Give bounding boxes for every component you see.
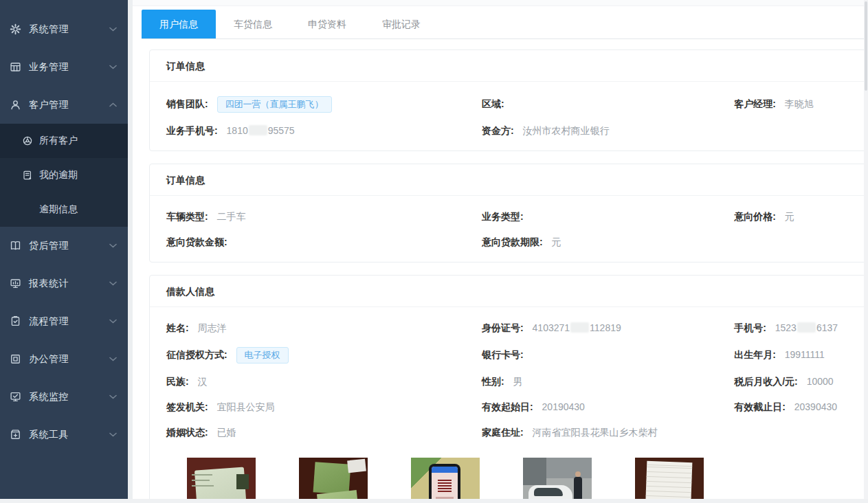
business-type-field: 业务类型: [482, 211, 734, 223]
address-field: 家庭住址: 河南省宜阳县花果山乡木柴村 [482, 427, 734, 439]
order-info-card-1: 订单信息 销售团队: 四团一营（直属王鹏飞） 区域: 客户经理: 李晓旭 业务手 [149, 49, 868, 151]
tab-user-info[interactable]: 用户信息 [142, 10, 216, 38]
horizontal-scrollbar[interactable] [0, 499, 868, 503]
tab-approval-records[interactable]: 审批记录 [364, 10, 438, 38]
field-label: 姓名: [166, 322, 189, 333]
sidebar: 系统管理 业务管理 客户管理 [0, 0, 128, 499]
paper-doc-photo[interactable] [635, 458, 704, 503]
field-label: 意向贷款期限: [482, 236, 543, 247]
field-row: 婚姻状态: 已婚 家庭住址: 河南省宜阳县花果山乡木柴村 [166, 426, 867, 440]
card-body: 销售团队: 四团一营（直属王鹏飞） 区域: 客户经理: 李晓旭 业务手机号: 1… [150, 82, 867, 150]
card-body: 车辆类型: 二手车 业务类型: 意向价格: 元 意向贷款金额: [150, 196, 867, 262]
business-phone-field: 业务手机号: 181095575 [166, 125, 482, 137]
notebook-icon [22, 170, 33, 181]
main-content: 用户信息 车贷信息 申贷资料 审批记录 订单信息 销售团队: 四团一营（直属王鹏… [128, 0, 868, 503]
chevron-down-icon [109, 357, 117, 361]
sidebar-item-postloan-management[interactable]: 贷后管理 [0, 227, 128, 265]
sidebar-item-label: 系统工具 [29, 429, 109, 441]
box-plus-icon [10, 429, 21, 440]
field-value-prefix: 1810 [227, 125, 248, 136]
top-band [133, 0, 868, 6]
sidebar-item-office-management[interactable]: 办公管理 [0, 340, 128, 378]
field-row: 征信授权方式: 电子授权 银行卡号: 出生年月: 19911111 [166, 347, 867, 364]
sidebar-item-system-tools[interactable]: 系统工具 [0, 416, 128, 454]
field-label: 意向价格: [734, 211, 776, 222]
redacted-digits [249, 125, 267, 135]
field-value-suffix: 6137 [816, 322, 838, 333]
card-title: 订单信息 [150, 50, 867, 82]
chevron-down-icon [109, 27, 117, 32]
sidebar-item-overdue-info[interactable]: 逾期信息 [0, 192, 128, 227]
field-label: 意向贷款金额: [166, 236, 227, 247]
sidebar-item-report-statistics[interactable]: 报表统计 [0, 265, 128, 302]
sidebar-item-label: 逾期信息 [39, 203, 78, 216]
field-value: 19911111 [785, 349, 825, 360]
sales-team-field: 销售团队: 四团一营（直属王鹏飞） [166, 96, 482, 113]
id-card-photo[interactable] [187, 458, 256, 503]
field-value: 已婚 [217, 427, 236, 438]
car-person-photo[interactable] [523, 458, 592, 503]
issuer-field: 签发机关: 宜阳县公安局 [166, 401, 482, 414]
field-label: 身份证号: [482, 322, 524, 333]
field-label: 有效起始日: [482, 401, 533, 412]
sidebar-item-label: 流程管理 [29, 315, 109, 328]
field-label: 手机号: [734, 322, 766, 333]
sidebar-item-label: 客户管理 [29, 99, 109, 111]
tab-car-loan-info[interactable]: 车贷信息 [216, 10, 290, 38]
redacted-digits [797, 322, 816, 333]
tab-loan-application-docs[interactable]: 申贷资料 [290, 10, 364, 38]
square-in-square-icon [10, 353, 21, 365]
sidebar-item-label: 业务管理 [29, 61, 109, 74]
scrollbar-thumb[interactable] [865, 1, 867, 91]
sidebar-item-my-overdue[interactable]: 我的逾期 [0, 158, 128, 192]
funder-field: 资金方: 汝州市农村商业银行 [482, 125, 734, 137]
field-label: 银行卡号: [482, 349, 524, 360]
chevron-down-icon [109, 65, 117, 69]
sales-team-tag[interactable]: 四团一营（直属王鹏飞） [217, 96, 332, 113]
sidebar-menu: 系统管理 业务管理 客户管理 [0, 0, 128, 454]
chevron-down-icon [109, 243, 117, 248]
field-row: 姓名: 周志洋 身份证号: 4103271112819 手机号: 1523613… [166, 322, 867, 335]
customer-management-submenu: 所有客户 我的逾期 逾期信息 [0, 124, 128, 227]
field-row: 签发机关: 宜阳县公安局 有效起始日: 20190430 有效截止日: 2039… [166, 401, 867, 414]
field-value: 二手车 [217, 211, 246, 222]
field-row: 意向贷款金额: 意向贷款期限: 元 [166, 236, 867, 249]
card-title: 借款人信息 [150, 276, 867, 307]
chevron-up-icon [109, 102, 117, 107]
field-value: 元 [552, 236, 561, 247]
qr-phone-photo[interactable] [411, 458, 480, 503]
sidebar-item-process-management[interactable]: 流程管理 [0, 302, 128, 340]
valid-from-field: 有效起始日: 20190430 [482, 401, 734, 414]
vertical-scrollbar[interactable] [864, 0, 868, 503]
card-title: 订单信息 [150, 164, 867, 196]
loan-term-field: 意向贷款期限: 元 [482, 236, 734, 249]
field-label: 客户经理: [734, 98, 776, 109]
field-value-prefix: 4103271 [533, 322, 570, 333]
sidebar-item-customer-management[interactable]: 客户管理 [0, 86, 128, 124]
photo-item: 人车合影 [187, 458, 256, 503]
field-value: 20190430 [542, 401, 585, 412]
account-manager-field: 客户经理: 李晓旭 [734, 98, 867, 111]
gender-field: 性别: 男 [482, 376, 734, 388]
field-label: 性别: [482, 376, 504, 387]
detail-tabbar: 用户信息 车贷信息 申贷资料 审批记录 [142, 8, 868, 39]
sidebar-item-label: 办公管理 [29, 353, 109, 366]
green-booklet-photo[interactable] [299, 458, 368, 503]
chevron-down-icon [109, 281, 117, 286]
field-label: 车辆类型: [166, 211, 208, 222]
redacted-digits [570, 322, 589, 333]
card-body: 姓名: 周志洋 身份证号: 4103271112819 手机号: 1523613… [150, 307, 867, 503]
monitor-icon [10, 278, 21, 289]
order-info-card-2: 订单信息 车辆类型: 二手车 业务类型: 意向价格: 元 意向贷款金额: [149, 164, 868, 262]
sidebar-item-business-management[interactable]: 业务管理 [0, 48, 128, 86]
field-value: 10000 [807, 376, 834, 387]
sidebar-item-label: 报表统计 [29, 278, 109, 290]
field-value: 汝州市农村商业银行 [523, 125, 610, 136]
birth-field: 出生年月: 19911111 [734, 349, 867, 361]
income-field: 税后月收入/元: 10000 [734, 376, 867, 388]
clipboard-icon [10, 315, 21, 327]
sidebar-item-all-customers[interactable]: 所有客户 [0, 124, 128, 158]
sidebar-item-system-management[interactable]: 系统管理 [0, 10, 128, 48]
sidebar-item-system-monitor[interactable]: 系统监控 [0, 378, 128, 416]
photo-item: 人车合影 [523, 458, 592, 503]
